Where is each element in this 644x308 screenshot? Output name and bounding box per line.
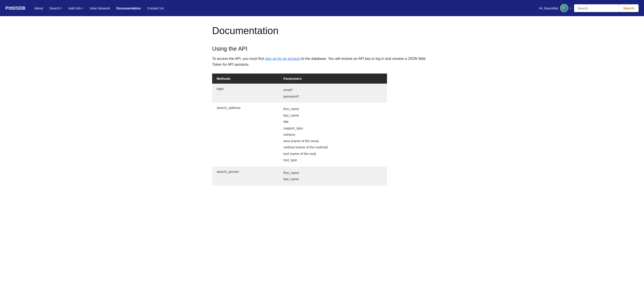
api-table: Methods Parameters loginemail*password*s… [212,74,387,186]
nav-label-add-info: Add Info [68,6,81,10]
avatar [560,4,568,12]
table-row: search_addressfirst_namelast_nametitlesu… [212,103,387,166]
param-item: password* [284,94,299,98]
method-cell: search_person [212,166,279,186]
search-bar: Search [574,4,638,12]
params-cell: email*password* [279,84,387,103]
col-header-parameters: Parameters [279,74,387,84]
table-row: loginemail*password* [212,84,387,103]
intro-text-before-link: To access the API, you must first [212,57,265,60]
search-button[interactable]: Search [619,4,638,12]
nav-label-search: Search [49,6,60,10]
param-item: area (name of the area) [284,139,319,143]
nav-label-about: About [34,6,43,10]
brand-logo[interactable]: PittDSDB [6,6,25,11]
nav-item-documentation[interactable]: Documentation [114,4,144,12]
params-cell: first_namelast_nametitlesupport_typecamp… [279,103,387,166]
params-cell: first_namelast_name [279,166,387,186]
nav-item-view-network[interactable]: View Network [87,4,113,12]
param-item: first_name [284,171,299,174]
chevron-down-icon: ▾ [82,7,84,10]
method-cell: login [212,84,279,103]
nav-item-about[interactable]: About [32,4,46,12]
table-header-row: Methods Parameters [212,74,387,84]
param-item: last_name [284,177,299,181]
nav-item-add-info[interactable]: Add Info ▾ [66,4,86,12]
table-body: loginemail*password*search_addressfirst_… [212,84,387,186]
param-item: method (name of the method) [284,145,328,149]
nav-item-contact-us[interactable]: Contact Us [144,4,166,12]
nav-links: About Search ▾ Add Info ▾ View Network D… [32,4,539,12]
table-row: search_personfirst_namelast_name [212,166,387,186]
nav-label-contact-us: Contact Us [147,6,164,10]
nav-item-search[interactable]: Search ▾ [47,4,65,12]
chevron-down-icon: ▾ [61,7,62,10]
main-content: Documentation Using the API To access th… [199,16,445,204]
method-cell: search_address [212,103,279,166]
search-input[interactable] [574,4,619,12]
avatar-image [560,4,568,12]
navbar-right: Hi, Navodita! ▾ Search [539,4,638,12]
signup-link[interactable]: sign up for an account [265,57,300,60]
param-item: tool_type [284,158,297,162]
nav-label-documentation: Documentation [116,6,141,10]
param-item: last_name [284,114,299,117]
page-title: Documentation [212,25,432,36]
param-item: first_name [284,107,299,111]
param-item: title [284,120,288,124]
param-item: email* [284,88,293,92]
col-header-methods: Methods [212,74,279,84]
param-item: support_type [284,126,303,130]
param-item: tool (name of the tool) [284,152,316,156]
nav-label-view-network: View Network [90,6,110,10]
navbar: PittDSDB About Search ▾ Add Info ▾ View … [0,0,644,16]
param-item: campus [284,132,295,136]
table-header: Methods Parameters [212,74,387,84]
intro-paragraph: To access the API, you must first sign u… [212,56,432,67]
user-chevron-icon: ▾ [570,7,571,10]
user-greeting-container[interactable]: Hi, Navodita! ▾ [539,4,571,12]
section-title: Using the API [212,45,432,52]
user-greeting-text: Hi, Navodita! [539,6,558,10]
